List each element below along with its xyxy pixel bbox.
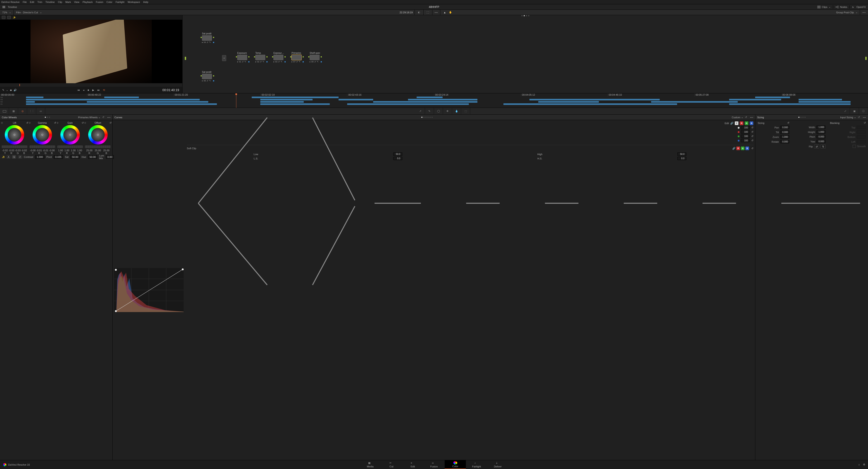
picker-icon[interactable]: ⊹ [84, 121, 86, 124]
node-thumb[interactable] [202, 74, 212, 79]
timeline-track[interactable]: V3 [0, 99, 868, 101]
menu-item[interactable]: Help [143, 1, 148, 3]
clip[interactable] [529, 99, 660, 100]
page-1-tab[interactable]: 1 [12, 155, 16, 158]
openfx-toggle[interactable]: fx OpenFX [852, 5, 866, 9]
go-start-icon[interactable]: ⏮ [78, 89, 80, 91]
clip[interactable] [347, 103, 469, 105]
color-wheel[interactable] [33, 125, 52, 145]
source-bar[interactable] [185, 57, 186, 60]
wheels-mode-select[interactable]: Primaries Wheels ⌄ [78, 116, 100, 119]
home-icon[interactable]: ⌂ [858, 463, 860, 466]
dots-more-icon[interactable]: ••• [435, 11, 438, 14]
node[interactable]: Sat postit▸ 04 ⫻ ✎ [202, 32, 213, 43]
page-2-tab[interactable]: 2 [18, 155, 22, 158]
reset-icon[interactable]: ↺ [110, 121, 112, 124]
ruler-tick[interactable]: 00:05:27:08 [694, 93, 781, 97]
page-tab[interactable]: ⤓Deliver [487, 460, 508, 469]
page-tab[interactable]: ≡Edit [402, 460, 423, 469]
clip[interactable] [26, 101, 35, 103]
node[interactable]: Exposur…▸ 03 ⫻ ✎ [273, 52, 284, 63]
timeline-track[interactable]: V1 [0, 103, 868, 105]
clip[interactable] [260, 99, 312, 100]
ruler-tick[interactable]: 00:03:24:14 [434, 93, 521, 97]
menu-item[interactable]: Clip [58, 1, 62, 3]
stop-icon[interactable]: ■ [88, 89, 89, 91]
ruler-tick[interactable]: 00:00:40:22 [87, 93, 174, 97]
clip[interactable] [373, 101, 477, 103]
master-timecode[interactable]: 22:29:18:19 [397, 11, 414, 14]
viewer-tc[interactable]: 00:01:40:19 [162, 88, 179, 92]
picker-icon[interactable]: ⊹ [57, 121, 59, 124]
node-thumb[interactable] [273, 55, 283, 60]
page-tab[interactable]: Color [445, 460, 466, 469]
node-thumb[interactable] [237, 55, 247, 60]
node-thumb[interactable] [310, 55, 319, 60]
color-wheel[interactable] [88, 125, 107, 145]
gear-icon[interactable]: ⚙ [863, 463, 865, 466]
node-thumb[interactable] [291, 55, 302, 60]
timeline-track[interactable]: V2 [0, 101, 868, 103]
menu-item[interactable]: Fairlight [116, 1, 124, 3]
wheels-icon[interactable]: ◎ [18, 108, 27, 115]
reset-icon[interactable]: ↺ [26, 121, 28, 124]
ruler-tick[interactable]: 00:06:08:06 [781, 93, 868, 97]
reset-icon[interactable]: ↺ [102, 116, 105, 119]
output-bar[interactable] [865, 57, 867, 60]
sat-field[interactable]: 50.00 [70, 155, 80, 159]
ruler-tick[interactable]: 00:04:05:12 [521, 93, 608, 97]
play-icon[interactable]: ▶ [92, 89, 94, 92]
loop-icon[interactable]: ⟲ [103, 89, 105, 92]
node-thumb[interactable] [202, 35, 212, 41]
timeline-track[interactable]: V4 [0, 97, 868, 98]
parallel-mixer-node[interactable]: ≡ [222, 55, 226, 61]
clip[interactable] [339, 99, 373, 100]
master-slider[interactable] [2, 146, 27, 148]
arrow-tool-icon[interactable]: ▲ [443, 10, 447, 14]
timeline-label[interactable]: Timeline [8, 6, 17, 8]
page-tab[interactable]: ∞Fusion [423, 460, 445, 469]
master-slider[interactable] [85, 146, 111, 148]
clip[interactable] [104, 97, 139, 98]
contrast-field[interactable]: 1.000 [35, 155, 44, 159]
chevron-down-icon[interactable]: ⌄ [6, 89, 8, 92]
clip[interactable] [260, 101, 304, 103]
awb-icon[interactable]: A [7, 155, 10, 158]
clip[interactable] [755, 97, 790, 98]
expand-icon[interactable]: ⛶ [426, 10, 430, 14]
menu-item[interactable]: Timeline [45, 1, 55, 3]
reset-icon[interactable]: ↺ [54, 121, 56, 124]
menu-item[interactable]: Edit [30, 1, 34, 3]
clip[interactable] [651, 101, 738, 103]
menu-item[interactable]: File [23, 1, 27, 3]
node-group-selector[interactable]: Group Post-Clip ⌄ [834, 11, 860, 14]
stack-icon[interactable]: ◆ [10, 89, 12, 92]
clips-toggle[interactable]: Clips ⌄ [817, 5, 831, 9]
menu-item[interactable]: Fusion [96, 1, 103, 3]
clip[interactable] [729, 99, 781, 100]
menu-item[interactable]: Playback [83, 1, 93, 3]
wheel-values[interactable]: 25.0025.0025.00 [85, 149, 111, 152]
motion-icon[interactable]: ▭ [36, 108, 45, 115]
page-tab[interactable]: ✂Cut [381, 460, 402, 469]
curve-graph[interactable] [114, 121, 184, 459]
rgb-mixer-icon[interactable]: ⋮⋮ [27, 108, 36, 115]
menu-item[interactable]: View [74, 1, 80, 3]
clip[interactable] [26, 99, 200, 100]
timeline-name[interactable]: Film - Director's Cut [16, 11, 38, 14]
view-mode-2-icon[interactable] [7, 16, 11, 19]
color-wheel[interactable] [5, 125, 24, 145]
bypass-icon[interactable]: ◐ [417, 10, 421, 14]
hue-field[interactable]: 50.00 [88, 155, 97, 159]
ruler-tick[interactable]: 00:02:02:18 [260, 93, 347, 97]
viewer-zoom[interactable]: 71% ⌄ [0, 11, 13, 14]
clip[interactable] [799, 101, 850, 103]
viewer[interactable] [0, 20, 182, 83]
node[interactable]: Temp▸ 02 ⫻ ✎ [255, 52, 266, 63]
speaker-icon[interactable]: 🔊 [13, 89, 17, 92]
wheel-values[interactable]: 1.001.001.001.00 [57, 149, 84, 152]
menu-item[interactable]: Mark [65, 1, 71, 3]
menubar[interactable]: DaVinci ResolveFileEditTrimTimelineClipM… [0, 0, 868, 4]
viewer-scrubber[interactable] [0, 83, 182, 87]
wheel-values[interactable]: -0.02-0.03-0.03-0.02 [1, 149, 28, 152]
